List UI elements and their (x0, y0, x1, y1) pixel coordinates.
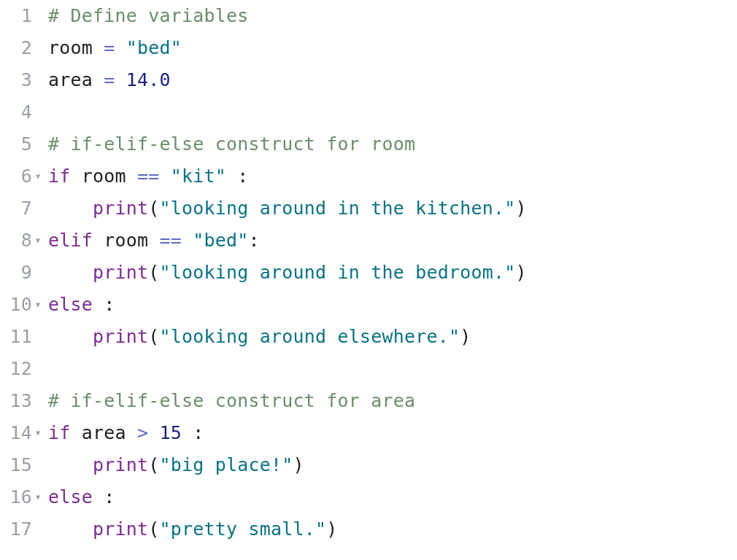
line-number: 4 (0, 96, 32, 128)
token-var (148, 422, 159, 443)
code-line[interactable]: else : (48, 481, 737, 513)
code-line[interactable]: # if-elif-else construct for room (48, 128, 737, 160)
token-var (93, 37, 104, 58)
fold-marker-slot (35, 449, 45, 481)
token-str: "looking around in the kitchen." (160, 198, 516, 219)
line-number: 9 (0, 257, 32, 289)
line-number: 1 (0, 0, 32, 32)
token-op: == (160, 230, 182, 251)
token-var (160, 166, 171, 187)
token-var (93, 294, 104, 315)
fold-marker-slot (35, 96, 45, 128)
line-number: 7 (0, 192, 32, 225)
code-line[interactable]: print("looking around elsewhere.") (48, 321, 737, 353)
fold-marker-slot: ▼ (35, 481, 45, 513)
token-pn: : (104, 486, 115, 508)
token-var (115, 69, 126, 90)
token-fn: print (93, 326, 148, 347)
token-cm: # Define variables (48, 5, 249, 26)
fold-marker-slot (35, 32, 45, 64)
line-number: 13 (0, 385, 32, 417)
token-pn: ) (516, 198, 527, 219)
line-number: 17 (0, 513, 32, 545)
token-var (93, 486, 104, 508)
token-pn: ) (293, 454, 304, 475)
token-kw: if (48, 166, 71, 187)
code-line[interactable]: # if-elif-else construct for area (48, 385, 737, 417)
code-line[interactable]: room = "bed" (48, 32, 737, 64)
token-pn: ( (148, 198, 159, 219)
token-var (182, 230, 193, 251)
token-kw: else (48, 486, 93, 508)
code-line[interactable] (48, 353, 737, 385)
token-fn: print (93, 198, 148, 219)
code-editor[interactable]: 1234567891011121314151617 ▼▼▼▼▼ # Define… (0, 0, 737, 545)
fold-marker-slot (35, 513, 45, 545)
line-number: 11 (0, 321, 32, 353)
fold-toggle-icon[interactable]: ▼ (35, 417, 40, 449)
line-number: 15 (0, 449, 32, 481)
token-cm: # if-elif-else construct for area (48, 390, 415, 411)
code-line[interactable]: print("looking around in the bedroom.") (48, 257, 737, 289)
token-var (93, 69, 104, 90)
fold-toggle-icon[interactable]: ▼ (35, 225, 40, 257)
fold-marker-slot: ▼ (35, 225, 45, 257)
code-line[interactable]: elif room == "bed": (48, 225, 737, 257)
token-var (115, 37, 126, 58)
token-op: > (137, 422, 148, 443)
line-number-gutter: 1234567891011121314151617 (0, 0, 35, 545)
code-line[interactable]: else : (48, 289, 737, 321)
token-pn: ( (148, 326, 159, 347)
token-op: = (104, 69, 115, 90)
line-number: 14 (0, 417, 32, 449)
token-pn: ) (516, 262, 527, 283)
code-line[interactable] (48, 96, 737, 128)
fold-toggle-icon[interactable]: ▼ (35, 289, 40, 321)
code-line[interactable]: print("looking around in the kitchen.") (48, 192, 737, 225)
token-fn: print (93, 454, 148, 475)
token-var: area (48, 69, 93, 90)
token-cm: # if-elif-else construct for room (48, 133, 415, 155)
token-str: "bed" (193, 230, 248, 251)
line-number: 10 (0, 289, 32, 321)
code-line[interactable]: if area > 15 : (48, 417, 737, 449)
line-number: 2 (0, 32, 32, 64)
token-pn: ( (148, 518, 159, 540)
fold-marker-slot (35, 128, 45, 160)
fold-marker-slot (35, 353, 45, 385)
line-number: 16 (0, 481, 32, 513)
token-var (226, 166, 237, 187)
token-kw: if (48, 422, 71, 443)
token-pn: ( (148, 454, 159, 475)
token-kw: else (48, 294, 93, 315)
token-num: 15 (160, 422, 182, 443)
token-str: "looking around elsewhere." (160, 326, 460, 347)
fold-marker-slot (35, 0, 45, 32)
fold-marker-slot: ▼ (35, 289, 45, 321)
line-number: 5 (0, 128, 32, 160)
fold-marker-slot (35, 257, 45, 289)
token-str: "kit" (171, 166, 226, 187)
token-pn: : (104, 294, 115, 315)
code-area[interactable]: # Define variablesroom = "bed"area = 14.… (45, 0, 737, 545)
token-op: = (104, 37, 115, 58)
token-pn: ) (326, 518, 337, 540)
code-line[interactable]: print("pretty small.") (48, 513, 737, 545)
token-fn: print (93, 518, 148, 540)
token-pn: : (193, 422, 204, 443)
code-line[interactable]: print("big place!") (48, 449, 737, 481)
fold-gutter: ▼▼▼▼▼ (35, 0, 45, 545)
token-var: room (48, 37, 93, 58)
code-line[interactable]: area = 14.0 (48, 64, 737, 96)
token-str: "looking around in the bedroom." (160, 262, 516, 283)
fold-toggle-icon[interactable]: ▼ (35, 481, 40, 513)
code-line[interactable]: # Define variables (48, 0, 737, 32)
token-pn: ) (460, 326, 471, 347)
token-kw: elif (48, 230, 93, 251)
token-op: == (137, 166, 160, 187)
fold-marker-slot (35, 64, 45, 96)
code-line[interactable]: if room == "kit" : (48, 160, 737, 192)
fold-marker-slot (35, 385, 45, 417)
token-var (48, 198, 93, 219)
fold-toggle-icon[interactable]: ▼ (35, 160, 40, 192)
